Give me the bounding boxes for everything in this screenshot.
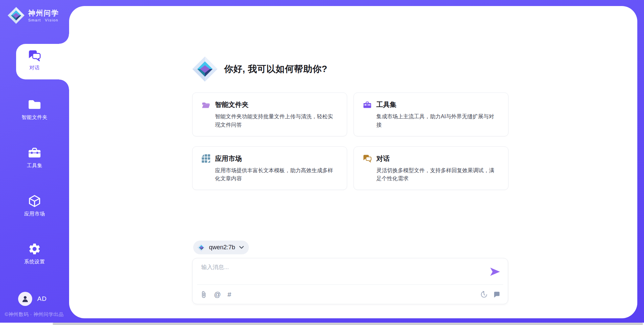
horizontal-scrollbar-thumb[interactable] — [53, 323, 643, 325]
card-description: 灵活切换多模型文件，支持多样回复效果调试，满足个性化需求 — [376, 167, 499, 183]
grid-icon — [202, 154, 210, 163]
message-composer: @ # — [192, 258, 508, 304]
folder-open-icon — [202, 101, 210, 109]
card-title: 应用市场 — [215, 154, 242, 163]
sidebar-item-label: 对话 — [30, 65, 40, 71]
horizontal-scrollbar-track — [0, 323, 644, 325]
sidebar-item-label: 工具集 — [27, 162, 43, 169]
sidebar-item-settings[interactable]: 系统设置 — [0, 242, 69, 265]
sidebar-item-label: 系统设置 — [24, 259, 45, 265]
user-profile[interactable]: AD — [18, 292, 47, 306]
main-panel: 你好, 我可以如何帮助你? 智能文件夹 智能文件夹功能支持批量文件上传与清洗，轻… — [69, 6, 637, 318]
card-app-market[interactable]: 应用市场 应用市场提供丰富长文本模板，助力高效生成多样化文章内容 — [192, 146, 347, 190]
toolbar-right-group — [480, 291, 500, 298]
card-toolset[interactable]: 工具集 集成市场上主流工具，助力AI与外界无缝扩展与对接 — [354, 92, 508, 136]
card-description: 应用市场提供丰富长文本模板，助力高效生成多样化文章内容 — [215, 167, 338, 183]
active-tab-fillet-top — [59, 34, 69, 44]
chat-icon — [28, 50, 41, 62]
card-description: 集成市场上主流工具，助力AI与外界无缝扩展与对接 — [376, 113, 499, 129]
paperclip-icon — [200, 291, 207, 298]
person-icon — [21, 295, 29, 303]
send-button[interactable] — [490, 267, 500, 276]
attach-file-button[interactable] — [200, 291, 207, 298]
sidebar-item-app-market[interactable]: 应用市场 — [0, 194, 69, 217]
card-title: 对话 — [376, 154, 390, 163]
card-smart-folder[interactable]: 智能文件夹 智能文件夹功能支持批量文件上传与清洗，轻松实现文件问答 — [192, 92, 347, 136]
sidebar-item-toolset[interactable]: 工具集 — [0, 146, 69, 169]
app-title: 神州问学 — [28, 9, 59, 17]
toolbox-icon — [28, 146, 41, 159]
copyright-text: ©神州数码 · 神州问学出品 — [5, 311, 64, 318]
card-chat[interactable]: 对话 灵活切换多模型文件，支持多样回复效果调试，满足个性化需求 — [354, 146, 508, 190]
app-brand: 神州问学 Smart Vision — [7, 7, 59, 24]
avatar — [18, 292, 32, 306]
history-icon — [480, 291, 488, 298]
active-tab-fillet-bottom — [59, 79, 69, 89]
sidebar-item-label: 应用市场 — [24, 211, 45, 217]
hashtag-button[interactable]: # — [227, 291, 231, 298]
toolbox-icon — [363, 101, 372, 109]
sidebar-item-chat[interactable]: 对话 — [0, 50, 69, 71]
feature-cards: 智能文件夹 智能文件夹功能支持批量文件上传与清洗，轻松实现文件问答 工具集 集成… — [192, 92, 508, 190]
chat-bubble-icon — [493, 291, 500, 298]
card-title: 智能文件夹 — [215, 100, 249, 109]
mention-button[interactable]: @ — [214, 291, 221, 298]
greeting-logo-icon — [192, 56, 218, 82]
user-name: AD — [37, 295, 47, 303]
model-name: qwen2:7b — [209, 244, 235, 251]
gear-icon — [28, 242, 41, 256]
sidebar-item-smart-folder[interactable]: 智能文件夹 — [0, 98, 69, 121]
folder-icon — [28, 98, 41, 111]
model-logo-icon — [197, 243, 206, 252]
app-subtitle: Smart Vision — [28, 18, 59, 22]
chevron-down-icon — [239, 246, 244, 249]
send-icon — [490, 267, 500, 276]
message-input[interactable] — [201, 264, 477, 271]
model-selector[interactable]: qwen2:7b — [193, 241, 249, 254]
cube-icon — [28, 194, 41, 208]
greeting-title: 你好, 我可以如何帮助你? — [224, 63, 327, 75]
sidebar-item-label: 智能文件夹 — [21, 114, 48, 121]
greeting-block: 你好, 我可以如何帮助你? — [192, 56, 327, 82]
history-button[interactable] — [480, 291, 488, 298]
composer-toolbar: @ # — [193, 285, 508, 304]
card-description: 智能文件夹功能支持批量文件上传与清洗，轻松实现文件问答 — [215, 113, 338, 129]
card-title: 工具集 — [376, 100, 396, 109]
app-logo-icon — [7, 7, 25, 24]
chat-bubble-button[interactable] — [493, 291, 500, 298]
chat-icon — [363, 154, 372, 163]
